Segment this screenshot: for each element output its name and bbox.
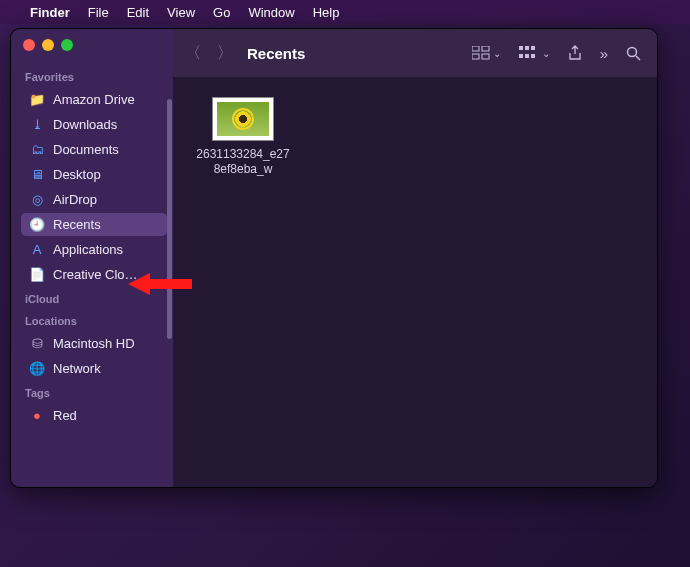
menu-help[interactable]: Help xyxy=(313,5,340,20)
sidebar-item-network[interactable]: 🌐 Network xyxy=(21,357,167,380)
menu-file[interactable]: File xyxy=(88,5,109,20)
sidebar-item-label: AirDrop xyxy=(53,192,97,207)
macos-menubar: Finder File Edit View Go Window Help xyxy=(0,0,690,24)
window-controls xyxy=(21,39,167,51)
svg-rect-1 xyxy=(482,46,489,51)
sidebar: Favorites 📁 Amazon Drive ⤓ Downloads 🗂 D… xyxy=(11,29,173,487)
toolbar-overflow-button[interactable]: » xyxy=(596,43,612,64)
view-icons-button[interactable]: ⌄ xyxy=(468,44,505,62)
file-thumbnail xyxy=(212,97,274,141)
file-name-label: 2631133284_e278ef8eba_w xyxy=(193,147,293,177)
sidebar-item-macintosh-hd[interactable]: ⛁ Macintosh HD xyxy=(21,332,167,355)
svg-rect-5 xyxy=(525,46,529,50)
close-window-button[interactable] xyxy=(23,39,35,51)
fullscreen-window-button[interactable] xyxy=(61,39,73,51)
toolbar: 〈 〉 Recents ⌄ ⌄ » xyxy=(173,29,657,77)
sidebar-item-label: Recents xyxy=(53,217,101,232)
applications-icon: A xyxy=(29,242,45,257)
finder-window: Favorites 📁 Amazon Drive ⤓ Downloads 🗂 D… xyxy=(10,28,658,488)
globe-icon: 🌐 xyxy=(29,361,45,376)
menu-go[interactable]: Go xyxy=(213,5,230,20)
file-icon: 📄 xyxy=(29,267,45,282)
svg-rect-4 xyxy=(519,46,523,50)
sidebar-item-creative-cloud[interactable]: 📄 Creative Clo… xyxy=(21,263,167,286)
share-icon xyxy=(568,45,582,61)
documents-icon: 🗂 xyxy=(29,142,45,157)
section-favorites-label: Favorites xyxy=(25,71,163,83)
section-icloud-label: iCloud xyxy=(25,293,163,305)
sidebar-item-downloads[interactable]: ⤓ Downloads xyxy=(21,113,167,136)
window-title: Recents xyxy=(247,45,305,62)
sidebar-item-label: Applications xyxy=(53,242,123,257)
folder-icon: 📁 xyxy=(29,92,45,107)
svg-rect-2 xyxy=(472,54,479,59)
sidebar-item-label: Network xyxy=(53,361,101,376)
section-tags-label: Tags xyxy=(25,387,163,399)
file-grid[interactable]: 2631133284_e278ef8eba_w xyxy=(173,77,657,487)
sidebar-item-recents[interactable]: 🕘 Recents xyxy=(21,213,167,236)
chevron-updown-icon: ⌄ xyxy=(493,48,501,59)
sidebar-item-label: Documents xyxy=(53,142,119,157)
menu-view[interactable]: View xyxy=(167,5,195,20)
section-locations-label: Locations xyxy=(25,315,163,327)
menu-window[interactable]: Window xyxy=(248,5,294,20)
svg-point-10 xyxy=(628,47,637,56)
group-icon xyxy=(519,46,539,60)
search-icon xyxy=(626,46,641,61)
sidebar-item-label: Desktop xyxy=(53,167,101,182)
svg-rect-3 xyxy=(482,54,489,59)
airdrop-icon: ◎ xyxy=(29,192,45,207)
share-button[interactable] xyxy=(564,43,586,63)
svg-rect-7 xyxy=(519,54,523,58)
svg-rect-9 xyxy=(531,54,535,58)
clock-icon: 🕘 xyxy=(29,217,45,232)
forward-button[interactable]: 〉 xyxy=(217,43,233,64)
sidebar-item-documents[interactable]: 🗂 Documents xyxy=(21,138,167,161)
menu-edit[interactable]: Edit xyxy=(127,5,149,20)
main-pane: 〈 〉 Recents ⌄ ⌄ » xyxy=(173,29,657,487)
group-button[interactable]: ⌄ xyxy=(515,44,554,62)
sidebar-item-label: Amazon Drive xyxy=(53,92,135,107)
hdd-icon: ⛁ xyxy=(29,336,45,351)
download-icon: ⤓ xyxy=(29,117,45,132)
sidebar-item-desktop[interactable]: 🖥 Desktop xyxy=(21,163,167,186)
desktop-icon: 🖥 xyxy=(29,167,45,182)
search-button[interactable] xyxy=(622,44,645,63)
file-item[interactable]: 2631133284_e278ef8eba_w xyxy=(193,97,293,177)
sidebar-item-label: Red xyxy=(53,408,77,423)
app-name[interactable]: Finder xyxy=(30,5,70,20)
chevron-down-icon: ⌄ xyxy=(542,48,550,59)
svg-rect-0 xyxy=(472,46,479,51)
tag-color-icon: ● xyxy=(29,408,45,423)
chevron-double-right-icon: » xyxy=(600,45,608,62)
sidebar-item-airdrop[interactable]: ◎ AirDrop xyxy=(21,188,167,211)
sidebar-item-label: Downloads xyxy=(53,117,117,132)
sidebar-item-tag-red[interactable]: ● Red xyxy=(21,404,167,427)
grid-icon xyxy=(472,46,490,60)
sidebar-item-applications[interactable]: A Applications xyxy=(21,238,167,261)
sidebar-item-label: Creative Clo… xyxy=(53,267,138,282)
sidebar-scrollbar[interactable] xyxy=(167,99,173,359)
svg-rect-6 xyxy=(531,46,535,50)
svg-line-11 xyxy=(636,56,640,60)
back-button[interactable]: 〈 xyxy=(185,43,201,64)
sidebar-item-amazon-drive[interactable]: 📁 Amazon Drive xyxy=(21,88,167,111)
sidebar-item-label: Macintosh HD xyxy=(53,336,135,351)
minimize-window-button[interactable] xyxy=(42,39,54,51)
svg-rect-8 xyxy=(525,54,529,58)
